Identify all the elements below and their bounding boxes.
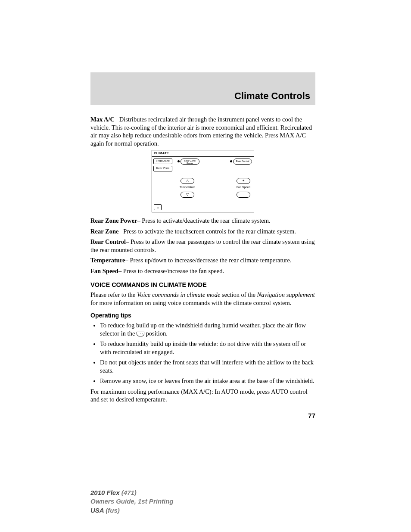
text-maxac: – Distributes recirculated air through t… — [90, 116, 312, 147]
tips-closing: For maximum cooling performance (MAX A/C… — [90, 388, 315, 404]
text-fan: – Press to decrease/increase the fan spe… — [118, 268, 224, 274]
defrost-icon: ⫶⫶⫶ — [137, 332, 144, 336]
label-temp: Temperature — [90, 257, 125, 264]
tips-list: To reduce fog build up on the windshield… — [90, 321, 315, 385]
heading-voice: VOICE COMMANDS IN CLIMATE MODE — [90, 281, 315, 289]
list-item: Remove any snow, ice or leaves from the … — [100, 377, 315, 385]
bullet-right-icon — [230, 160, 232, 162]
voice-mid: section of the — [220, 291, 257, 298]
voice-pre: Please refer to the — [90, 291, 137, 298]
footer-l1a: 2010 Flex — [90, 489, 121, 496]
bullet-left-icon — [177, 160, 180, 162]
para-rz: Rear Zone– Press to activate the touchsc… — [90, 227, 315, 236]
footer-l3b: (fus) — [106, 507, 120, 514]
text-rzp: – Press to activate/deactivate the rear … — [137, 217, 270, 224]
footer-line1: 2010 Flex (471) — [90, 488, 174, 497]
diagram-frame: CLIMATE Front Zone Rear Zone Rear Zone P… — [152, 150, 254, 212]
tab-front-zone: Front Zone — [153, 159, 172, 164]
page: Climate Controls Max A/C– Distributes re… — [0, 0, 411, 532]
label-fan: Fan Speed — [90, 268, 118, 274]
tip3: Do not put objects under the front seats… — [100, 359, 314, 374]
footer-l1b: (471) — [121, 489, 137, 496]
tip4: Remove any snow, ice or leaves from the … — [100, 377, 314, 384]
content-column: Climate Controls Max A/C– Distributes re… — [90, 72, 315, 420]
list-item: Do not put objects under the front seats… — [100, 358, 315, 374]
footer-line2: Owners Guide, 1st Printing — [90, 497, 174, 506]
label-rc: Rear Control — [90, 238, 126, 245]
label-rzp: Rear Zone Power — [90, 217, 137, 224]
tip2: To reduce humidity build up inside the v… — [100, 340, 306, 355]
voice-ital1: Voice commands in climate mode — [137, 291, 220, 298]
para-rc: Rear Control– Press to allow the rear pa… — [90, 238, 315, 254]
label-fan-speed: Fan Speed — [234, 186, 253, 189]
text-temp: – Press up/down to increase/decrease the… — [125, 257, 292, 264]
btn-fan-minus: – — [237, 192, 250, 198]
diagram-title: CLIMATE — [154, 151, 169, 156]
para-maxac: Max A/C– Distributes recirculated air th… — [90, 115, 315, 147]
footer-line3: USA (fus) — [90, 506, 174, 515]
body-text: Max A/C– Distributes recirculated air th… — [90, 105, 315, 420]
footer: 2010 Flex (471) Owners Guide, 1st Printi… — [90, 488, 174, 515]
tip1-post: position. — [144, 330, 168, 337]
page-number: 77 — [90, 411, 315, 420]
label-temperature: Temperature — [177, 186, 198, 189]
para-fan: Fan Speed– Press to decrease/increase th… — [90, 267, 315, 275]
btn-temp-up-icon — [181, 178, 194, 184]
home-icon: ⌂ — [154, 204, 162, 210]
label-rz: Rear Zone — [90, 228, 118, 235]
climate-diagram: CLIMATE Front Zone Rear Zone Rear Zone P… — [152, 150, 254, 212]
tab-rear-zone: Rear Zone — [153, 166, 172, 171]
btn-fan-plus: + — [237, 178, 250, 184]
btn-rear-zone-power: Rear Zone Power — [181, 159, 199, 165]
para-voice: Please refer to the Voice commands in cl… — [90, 291, 315, 307]
heading-tips: Operating tips — [90, 312, 315, 320]
list-item: To reduce fog build up on the windshield… — [100, 321, 315, 337]
btn-rear-control: Rear Control — [233, 159, 252, 165]
text-rz: – Press to activate the touchscreen cont… — [118, 228, 296, 235]
diagram-divider — [152, 156, 254, 157]
voice-ital2: Navigation supplement — [257, 291, 315, 298]
list-item: To reduce humidity build up inside the v… — [100, 340, 315, 356]
voice-post: for more information on using voice comm… — [90, 299, 291, 306]
label-maxac: Max A/C — [90, 116, 115, 123]
para-rzp: Rear Zone Power– Press to activate/deact… — [90, 217, 315, 225]
para-temp: Temperature– Press up/down to increase/d… — [90, 256, 315, 264]
tip1-pre: To reduce fog build up on the windshield… — [100, 322, 306, 337]
btn-temp-down-icon — [181, 192, 194, 198]
footer-l3a: USA — [90, 507, 106, 514]
page-title: Climate Controls — [90, 72, 315, 105]
